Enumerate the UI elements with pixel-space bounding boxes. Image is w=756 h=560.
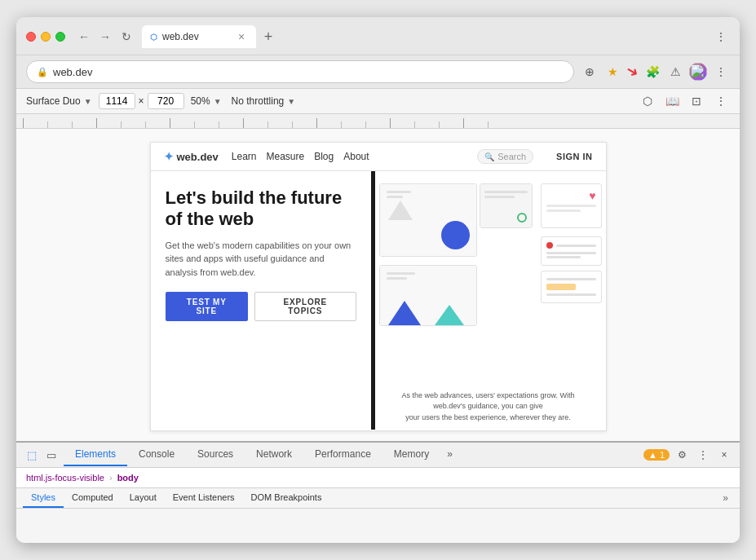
- lock-icon: 🔒: [37, 67, 48, 77]
- devtools-panel: ⬚ ▭ Elements Console Sources Network Per…: [16, 441, 740, 543]
- hero-subtitle: Get the web's modern capabilities on you…: [166, 239, 356, 280]
- ruler-mark: [341, 121, 342, 128]
- ruler-mark: [390, 118, 391, 128]
- devtools-tabs-bar: ⬚ ▭ Elements Console Sources Network Per…: [16, 443, 740, 468]
- ruler-mark: [145, 121, 146, 128]
- webpage-header: ✦ web.dev Learn Measure Blog About 🔍 Sea…: [151, 143, 606, 171]
- devtools-settings-button[interactable]: ⚙: [673, 446, 691, 464]
- zoom-value: 50%: [191, 95, 210, 107]
- ruler-mark: [292, 121, 293, 128]
- webpage-frame: ✦ web.dev Learn Measure Blog About 🔍 Sea…: [150, 142, 607, 431]
- throttle-selector[interactable]: No throttling ▼: [232, 95, 296, 107]
- devtools-close-button[interactable]: ×: [715, 446, 733, 464]
- toolbar-menu-button[interactable]: ⋮: [712, 92, 730, 110]
- sub-tab-styles[interactable]: Styles: [23, 488, 64, 508]
- tab-performance[interactable]: Performance: [303, 443, 382, 466]
- new-tab-button[interactable]: +: [259, 28, 277, 46]
- breadcrumb-html[interactable]: html.js-focus-visible: [23, 471, 108, 484]
- back-button[interactable]: ←: [75, 28, 93, 46]
- profile-button[interactable]: [689, 63, 707, 81]
- device-selector[interactable]: Surface Duo ▼: [26, 95, 92, 107]
- tab-network[interactable]: Network: [245, 443, 303, 466]
- bookmark-button[interactable]: ★: [603, 63, 621, 81]
- tab-close-button[interactable]: ×: [235, 30, 248, 43]
- mockup-card-mountains: [379, 265, 477, 326]
- explore-topics-button[interactable]: EXPLORE TOPICS: [254, 292, 356, 321]
- webpage-left-content: Let's build the future of the web Get th…: [151, 171, 371, 430]
- ruler-mark: [121, 121, 122, 128]
- title-bar: ← → ↻ ⬡ web.dev × + ⋮: [16, 17, 740, 55]
- hero-buttons: TEST MY SITE EXPLORE TOPICS: [166, 292, 356, 321]
- tab-sources[interactable]: Sources: [186, 443, 245, 466]
- dimension-inputs: ×: [99, 93, 184, 109]
- book-button[interactable]: 📖: [663, 92, 681, 110]
- toolbar-right-actions: ⬡ 📖 ⊡ ⋮: [639, 92, 730, 110]
- mockup-card-main: [379, 183, 477, 257]
- nav-about[interactable]: About: [343, 151, 369, 162]
- webdev-logo-icon: ✦: [164, 150, 174, 163]
- height-input[interactable]: [148, 93, 184, 109]
- active-tab[interactable]: ⬡ web.dev ×: [142, 25, 256, 48]
- inspect-element-button[interactable]: ⬚: [23, 446, 41, 464]
- refresh-button[interactable]: ↻: [117, 28, 135, 46]
- more-tabs-button[interactable]: »: [440, 443, 459, 466]
- zoom-dropdown-icon: ▼: [214, 97, 222, 106]
- ruler-mark: [463, 118, 464, 128]
- nav-learn[interactable]: Learn: [232, 151, 257, 162]
- tab-memory[interactable]: Memory: [382, 443, 440, 466]
- test-my-site-button[interactable]: TEST MY SITE: [166, 292, 249, 321]
- sub-tab-computed[interactable]: Computed: [64, 488, 122, 508]
- address-bar: 🔒 web.dev ⊕ ★ ➜ 🧩 ⚠ ⋮: [16, 55, 740, 89]
- ruler-mark: [170, 118, 170, 128]
- warning-badge[interactable]: ▲ 1: [643, 449, 670, 461]
- browser-menu-button[interactable]: ⋮: [712, 28, 730, 46]
- dimension-cross: ×: [139, 95, 144, 107]
- nav-buttons: ← → ↻: [75, 28, 135, 46]
- address-text: web.dev: [53, 66, 564, 78]
- browser-actions: ⋮: [712, 28, 730, 46]
- minimize-traffic-light[interactable]: [41, 32, 51, 42]
- ruler-mark: [96, 118, 97, 128]
- traffic-lights: [26, 32, 65, 42]
- extension-icon-button[interactable]: 🧩: [643, 63, 661, 81]
- tab-elements[interactable]: Elements: [64, 443, 127, 466]
- mockup-cards-column: [541, 236, 602, 303]
- breadcrumb-body[interactable]: body: [114, 471, 142, 484]
- breadcrumb-separator: ›: [109, 473, 113, 483]
- chrome-menu-button[interactable]: ⋮: [712, 63, 730, 81]
- webpage-footer-text: As the web advances, users' expectations…: [371, 390, 606, 424]
- devtools-actions: ▲ 1 ⚙ ⋮ ×: [640, 446, 736, 464]
- signin-button[interactable]: SIGN IN: [556, 152, 592, 161]
- device-emulation-button[interactable]: ▭: [42, 446, 60, 464]
- zoom-selector[interactable]: 50% ▼: [191, 95, 222, 107]
- nav-blog[interactable]: Blog: [314, 151, 334, 162]
- footer-text-content: As the web advances, users' expectations…: [402, 391, 575, 421]
- screenshot-button[interactable]: ⊡: [687, 92, 705, 110]
- maximize-traffic-light[interactable]: [55, 32, 65, 42]
- forward-button[interactable]: →: [96, 28, 114, 46]
- webpage-right-content: ♥: [371, 171, 606, 430]
- caution-button[interactable]: ⚠: [666, 63, 684, 81]
- sub-tab-dom-breakpoints[interactable]: DOM Breakpoints: [243, 488, 330, 508]
- nav-measure[interactable]: Measure: [267, 151, 305, 162]
- more-sub-tabs-button[interactable]: »: [718, 488, 733, 508]
- close-traffic-light[interactable]: [26, 32, 36, 42]
- sub-tab-layout[interactable]: Layout: [122, 488, 165, 508]
- tab-console[interactable]: Console: [127, 443, 186, 466]
- extensions-button[interactable]: ⊕: [581, 63, 599, 81]
- sensors-button[interactable]: ⬡: [639, 92, 657, 110]
- tab-favicon: ⬡: [150, 33, 157, 42]
- webpage-search[interactable]: 🔍 Search: [477, 149, 533, 164]
- ruler-mark: [23, 118, 24, 128]
- devtools-breadcrumb: html.js-focus-visible › body: [16, 468, 740, 488]
- webdev-logo: ✦ web.dev: [164, 150, 219, 163]
- address-input[interactable]: 🔒 web.dev: [26, 60, 574, 83]
- devtools-menu-button[interactable]: ⋮: [694, 446, 712, 464]
- ruler-mark: [365, 121, 366, 128]
- sub-tab-event-listeners[interactable]: Event Listeners: [165, 488, 243, 508]
- webpage-body: Let's build the future of the web Get th…: [151, 171, 606, 430]
- width-input[interactable]: [99, 93, 135, 109]
- ruler-mark: [316, 118, 317, 128]
- browser-window: ← → ↻ ⬡ web.dev × + ⋮ 🔒 web.dev ⊕ ★ ➜ 🧩: [16, 17, 740, 543]
- devtools-sub-tabs: Styles Computed Layout Event Listeners D…: [16, 488, 740, 509]
